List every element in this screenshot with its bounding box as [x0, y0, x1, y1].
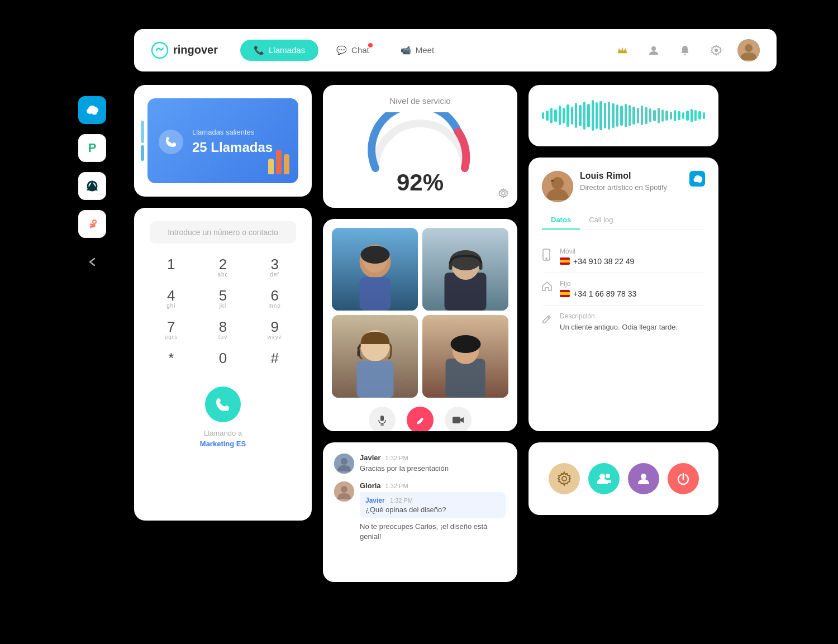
sidebar-pipedrive[interactable]: P	[78, 134, 106, 162]
sidebar-zendesk[interactable]	[78, 172, 106, 200]
tab-calllog[interactable]: Call log	[580, 211, 622, 230]
video-controls	[332, 407, 508, 431]
actions-card	[528, 442, 718, 515]
hangup-button[interactable]	[407, 407, 434, 431]
action-settings[interactable]	[549, 463, 580, 494]
logo-text: ringover	[173, 44, 218, 56]
contact-role: Director artístico en Spotify	[580, 183, 683, 192]
action-power[interactable]	[668, 463, 699, 494]
wave-bar	[554, 109, 556, 122]
dial-key-2[interactable]: 2abc	[202, 257, 245, 279]
desc-label: Descripción	[560, 312, 678, 320]
wave-bar	[703, 112, 705, 119]
wave-bar	[612, 103, 614, 128]
dial-key-8[interactable]: 8tuv	[202, 319, 245, 342]
svg-point-41	[341, 458, 347, 465]
flag-spain-home	[560, 290, 570, 297]
bell-button[interactable]	[675, 40, 695, 60]
camera-button[interactable]	[445, 407, 472, 431]
wave-bar	[563, 108, 565, 123]
chat-avatar-javier	[334, 454, 354, 474]
sidebar-salesforce[interactable]	[78, 96, 106, 124]
dial-key-1[interactable]: 1	[150, 257, 193, 279]
salesforce-badge	[689, 171, 705, 187]
wave-bar	[559, 106, 561, 125]
home-content: Fijo +34 1 66 89 78 33	[560, 280, 636, 298]
action-team[interactable]	[588, 463, 620, 494]
svg-rect-26	[449, 263, 453, 270]
notification-dot	[368, 43, 373, 47]
home-label: Fijo	[560, 280, 636, 288]
chat-text-1: Gracias por la presentación	[360, 464, 449, 474]
dial-key-0[interactable]: 0	[202, 351, 245, 373]
dialpad-input[interactable]: Introduce un número o contacto	[150, 221, 296, 244]
svg-rect-27	[479, 263, 483, 270]
tab-datos[interactable]: Datos	[542, 211, 580, 230]
contact-avatar	[542, 171, 573, 202]
desc-content: Descripción Un cliente antiguo. Odia lle…	[560, 312, 678, 333]
dial-key-4[interactable]: 4ghi	[150, 288, 193, 311]
tab-meet[interactable]: 📹 Meet	[387, 40, 447, 61]
action-user[interactable]	[628, 463, 659, 494]
quote-text: ¿Qué opinas del diseño?	[365, 505, 501, 514]
svg-point-16	[502, 192, 505, 195]
nav-right	[612, 39, 760, 61]
mobile-content: Móvil +34 910 38 22 49	[560, 247, 634, 266]
crown-button[interactable]	[612, 40, 632, 60]
video-grid	[332, 228, 508, 398]
dial-key-#[interactable]: #	[253, 351, 296, 373]
chat-message-2: Gloria 1:32 PM Javier 1:32 PM ¿Qué opina…	[334, 481, 506, 542]
dialpad-grid: 12abc3def4ghi5jkl6mno7pqrs8tuv9wxyz*0#	[150, 257, 296, 373]
quote-sender: Javier 1:32 PM	[365, 497, 501, 504]
svg-point-21	[361, 246, 390, 264]
dial-key-6[interactable]: 6mno	[253, 288, 296, 311]
call-button[interactable]	[205, 387, 241, 422]
chat-time-2: 1:32 PM	[385, 483, 408, 489]
sidebar-hubspot[interactable]	[78, 210, 106, 238]
svg-rect-46	[551, 180, 554, 182]
nivel-settings-icon[interactable]	[498, 188, 508, 201]
chat-content-1: Javier 1:32 PM Gracias por la presentaci…	[360, 454, 449, 474]
dial-key-9[interactable]: 9wxyz	[253, 319, 296, 342]
dial-key-5[interactable]: 5jkl	[202, 288, 245, 311]
user-avatar[interactable]	[737, 39, 760, 61]
contact-card: Louis Rimol Director artístico en Spotif…	[528, 158, 718, 431]
wave-bar	[587, 104, 589, 127]
desc-value: Un cliente antiguo. Odia llegar tarde.	[560, 322, 678, 333]
wave-bar	[661, 109, 664, 122]
mute-button[interactable]	[369, 407, 396, 431]
wave-bar	[658, 108, 660, 123]
svg-point-3	[715, 49, 718, 52]
settings-nav-button[interactable]	[706, 40, 726, 60]
wave-bar	[670, 112, 672, 120]
tab-llamadas[interactable]: 📞 Llamadas	[240, 40, 318, 61]
navbar: ringover 📞 Llamadas 💬 Chat 📹 Meet	[134, 29, 777, 71]
chat-content-2: Gloria 1:32 PM Javier 1:32 PM ¿Qué opina…	[360, 481, 506, 542]
contact-header: Louis Rimol Director artístico en Spotif…	[542, 171, 705, 202]
calling-label: Llamando a Marketing ES	[200, 428, 246, 450]
chat-sender-1: Javier	[360, 454, 381, 462]
video-participant-3	[332, 315, 418, 398]
wave-bar	[542, 112, 544, 119]
mobile-value: +34 910 38 22 49	[560, 257, 634, 266]
dial-key-7[interactable]: 7pqrs	[150, 319, 193, 342]
svg-point-55	[606, 474, 610, 478]
chat-message-1: Javier 1:32 PM Gracias por la presentaci…	[334, 454, 506, 474]
logo: ringover	[151, 41, 218, 59]
mobile-field: Móvil +34 910 38 22 49	[542, 241, 705, 273]
svg-point-12	[93, 221, 96, 223]
wave-bar	[604, 103, 606, 128]
sidebar-more[interactable]	[78, 248, 106, 276]
wave-bar	[641, 106, 643, 125]
svg-rect-39	[453, 417, 460, 423]
dial-key-*[interactable]: *	[150, 351, 193, 373]
mobile-icon	[542, 249, 553, 263]
user-button[interactable]	[644, 40, 664, 60]
wave-bar	[645, 107, 647, 124]
waveform-card	[528, 85, 718, 146]
svg-point-1	[651, 46, 656, 51]
home-icon	[542, 281, 553, 293]
wave-bar	[550, 108, 553, 123]
tab-chat[interactable]: 💬 Chat	[323, 40, 383, 61]
dial-key-3[interactable]: 3def	[253, 257, 296, 279]
